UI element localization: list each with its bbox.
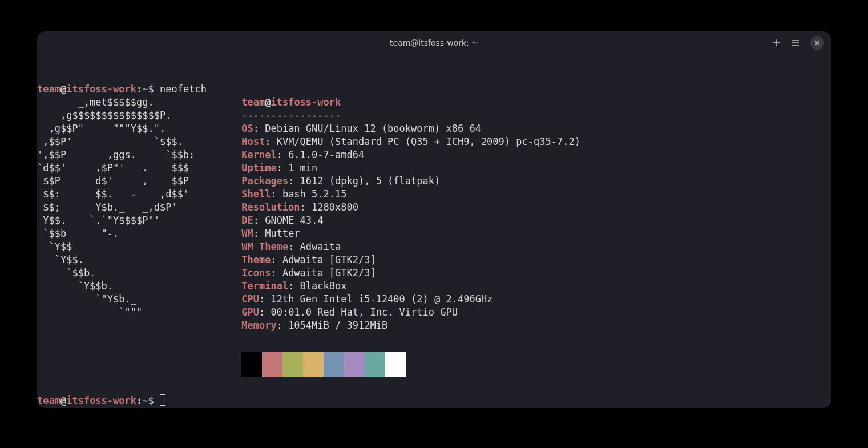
prompt-at: @ <box>60 395 66 406</box>
terminal-window: team@itsfoss-work: ~ team@itsfoss-work:~… <box>37 31 831 408</box>
prompt-colon: : <box>136 395 142 406</box>
info-value: : KVM/QEMU (Standard PC (Q35 + ICH9, 200… <box>265 136 580 147</box>
close-button[interactable] <box>810 36 824 50</box>
hamburger-icon <box>791 38 800 47</box>
ascii-art-line: `$$b. <box>37 267 95 279</box>
info-label: Uptime <box>241 162 276 173</box>
info-user: team <box>241 96 265 108</box>
info-value: : 00:01.0 Red Hat, Inc. Virtio GPU <box>259 306 458 318</box>
info-label: GPU <box>241 306 259 318</box>
info-value: : BlackBox <box>288 280 346 292</box>
new-tab-button[interactable] <box>772 38 781 47</box>
color-swatch <box>365 352 385 377</box>
close-icon <box>814 39 821 46</box>
info-value: : 12th Gen Intel i5-12400 (2) @ 2.496GHz <box>259 293 492 305</box>
info-value: : 1054MiB / 3912MiB <box>277 320 387 331</box>
ascii-art-line: ,$$P' `$$$. <box>37 136 183 147</box>
info-at: @ <box>265 96 271 108</box>
window-title: team@itsfoss-work: ~ <box>390 38 478 47</box>
info-label: WM Theme <box>241 241 288 252</box>
info-label: OS <box>241 123 253 134</box>
info-label: WM <box>241 228 253 239</box>
color-swatch <box>303 352 324 377</box>
window-controls <box>772 36 824 50</box>
shell-prompt: team@itsfoss-work:~$ <box>37 395 160 406</box>
prompt-at: @ <box>60 83 66 95</box>
info-value: : Adwaita [GTK2/3] <box>271 267 376 279</box>
prompt-sigil: $ <box>148 395 160 406</box>
shell-prompt: team@itsfoss-work:~$ <box>37 83 160 95</box>
color-swatch <box>344 352 365 377</box>
prompt-path: ~ <box>142 395 148 406</box>
ascii-art-line: `d$$' ,$P"' . $$$ <box>37 162 189 173</box>
color-swatch <box>282 352 303 377</box>
info-label: Packages <box>241 175 288 187</box>
prompt-host: itsfoss-work <box>66 395 136 406</box>
info-label: Theme <box>241 254 271 265</box>
ascii-art-line: `Y$$b. <box>37 280 113 292</box>
info-label: Memory <box>241 320 276 331</box>
info-value: : GNOME 43.4 <box>253 215 324 226</box>
color-swatch <box>262 352 282 377</box>
ascii-art-line: Y$$. `.`"Y$$$$P"' <box>37 215 160 226</box>
info-value: : 1 min <box>277 162 318 173</box>
info-label: DE <box>241 215 253 226</box>
info-label: Resolution <box>241 201 300 213</box>
terminal-output[interactable]: team@itsfoss-work:~$ neofetch _,met$$$$$… <box>37 54 831 408</box>
ascii-art-line: `""" <box>37 306 142 318</box>
info-label: Icons <box>241 267 271 279</box>
info-value: : bash 5.2.15 <box>271 188 346 200</box>
prompt-user: team <box>37 83 60 95</box>
ascii-art-line: _,met$$$$$gg. <box>37 96 154 108</box>
ascii-art-line: $$; Y$b._ _,d$P' <box>37 201 177 213</box>
info-label: Kernel <box>241 149 276 160</box>
ascii-art-line: `Y$$. <box>37 254 84 265</box>
plus-icon <box>772 38 781 47</box>
info-value: : Mutter <box>253 228 300 239</box>
ascii-art-line: $$P d$' , $$P <box>37 175 189 187</box>
color-swatch <box>241 352 262 377</box>
ascii-art-line: `Y$$ <box>37 241 72 252</box>
ascii-art-line: `"Y$b._ <box>37 293 136 305</box>
ascii-art-line: ,g$$P" """Y$$.". <box>37 123 165 134</box>
ascii-art-line: ,g$$$$$$$$$$$$$$$P. <box>37 110 171 121</box>
info-value: : 6.1.0-7-amd64 <box>277 149 365 160</box>
ascii-art-line: ',$$P ,ggs. `$$b: <box>37 149 195 160</box>
info-value: : 1280x800 <box>300 201 358 213</box>
color-swatch <box>324 352 344 377</box>
info-label: Host <box>241 136 265 147</box>
terminal-cursor <box>160 394 165 406</box>
prompt-host: itsfoss-work <box>66 83 136 95</box>
color-swatch <box>385 352 406 377</box>
info-separator: ----------------- <box>241 110 341 121</box>
info-value: : Debian GNU/Linux 12 (bookworm) x86_64 <box>253 123 481 134</box>
info-label: Shell <box>241 188 271 200</box>
info-host: itsfoss-work <box>271 96 341 108</box>
ascii-art-line: `$$b "-.__ <box>37 228 131 239</box>
window-titlebar: team@itsfoss-work: ~ <box>37 31 831 54</box>
prompt-sigil: $ <box>148 83 160 95</box>
menu-button[interactable] <box>791 38 800 47</box>
info-label: CPU <box>241 293 259 305</box>
info-value: : 1612 (dpkg), 5 (flatpak) <box>288 175 440 187</box>
info-label: Terminal <box>241 280 288 292</box>
ascii-art-line: $$: $$. - ,d$$' <box>37 188 189 200</box>
info-value: : Adwaita <box>288 241 341 252</box>
prompt-path: ~ <box>142 83 148 95</box>
color-palette <box>241 352 406 377</box>
prompt-user: team <box>37 395 60 406</box>
info-value: : Adwaita [GTK2/3] <box>271 254 376 265</box>
command-text: neofetch <box>160 83 207 95</box>
prompt-colon: : <box>136 83 142 95</box>
